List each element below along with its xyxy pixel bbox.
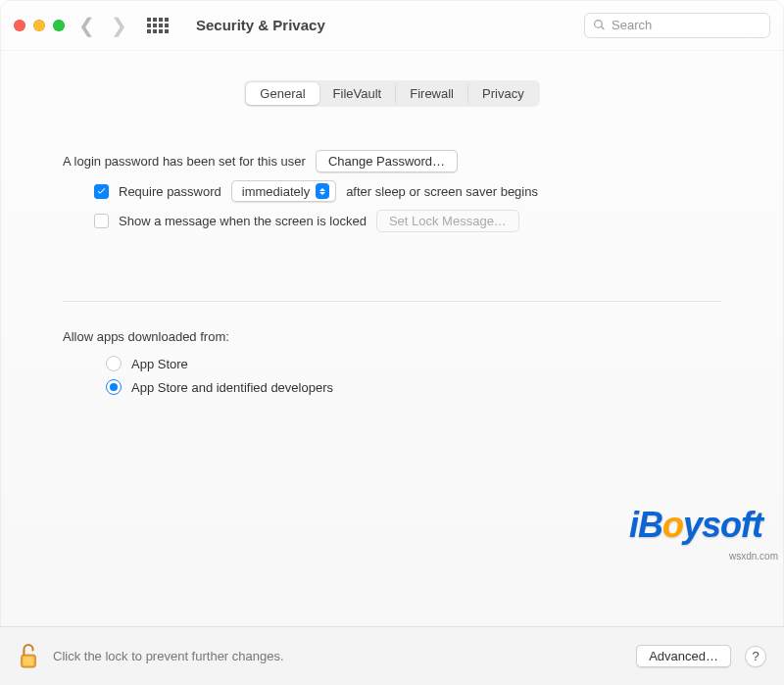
allow-apps-option-0: App Store (131, 357, 188, 371)
search-placeholder: Search (612, 18, 652, 32)
watermark-logo: iBoysoft (629, 505, 762, 546)
allow-apps-option-1: App Store and identified developers (131, 380, 333, 395)
lock-hint-text: Click the lock to prevent further change… (53, 649, 284, 663)
set-lock-message-button[interactable]: Set Lock Message… (376, 210, 519, 232)
fullscreen-window-button[interactable] (53, 20, 65, 31)
change-password-button[interactable]: Change Password… (316, 150, 458, 172)
close-window-button[interactable] (14, 20, 25, 31)
tab-privacy[interactable]: Privacy (467, 82, 538, 105)
window-toolbar: ❮ ❯ Security & Privacy Search (0, 0, 784, 51)
show-lock-message-checkbox[interactable] (94, 214, 109, 228)
tab-filevault[interactable]: FileVault (319, 82, 396, 105)
forward-button[interactable]: ❯ (111, 16, 127, 35)
require-password-label-pre: Require password (119, 184, 221, 199)
lock-icon[interactable] (18, 643, 39, 670)
help-button[interactable]: ? (745, 646, 766, 667)
security-privacy-window: ❮ ❯ Security & Privacy Search General Fi… (0, 0, 784, 685)
allow-apps-radio-appstore[interactable] (106, 356, 122, 371)
watermark-url: wsxdn.com (729, 551, 778, 562)
search-icon (593, 19, 606, 31)
allow-apps-label: Allow apps downloaded from: (63, 329, 721, 344)
search-field[interactable]: Search (584, 13, 770, 38)
require-password-label-post: after sleep or screen saver begins (346, 184, 538, 199)
content-area: General FileVault Firewall Privacy A log… (0, 51, 784, 626)
popup-arrows-icon (316, 183, 329, 199)
require-password-delay-popup[interactable]: immediately (231, 180, 336, 202)
advanced-button[interactable]: Advanced… (636, 645, 731, 667)
back-button[interactable]: ❮ (78, 16, 95, 35)
window-title: Security & Privacy (196, 17, 325, 33)
login-password-text: A login password has been set for this u… (63, 154, 306, 169)
tab-bar: General FileVault Firewall Privacy (244, 80, 539, 107)
window-footer: Click the lock to prevent further change… (0, 626, 784, 685)
tab-firewall[interactable]: Firewall (395, 82, 467, 105)
general-panel: A login password has been set for this u… (24, 136, 760, 626)
traffic-lights (14, 20, 65, 31)
svg-rect-1 (24, 657, 34, 665)
require-password-checkbox[interactable] (94, 184, 109, 199)
toolbar-nav: ❮ ❯ (78, 16, 127, 35)
allow-apps-radio-identified[interactable] (106, 379, 122, 395)
checkmark-icon (96, 186, 107, 197)
panel-divider (63, 301, 721, 302)
show-all-icon[interactable] (147, 18, 169, 33)
tab-general[interactable]: General (246, 82, 318, 105)
show-lock-message-label: Show a message when the screen is locked (119, 214, 367, 228)
minimize-window-button[interactable] (33, 20, 45, 31)
require-password-delay-value: immediately (242, 184, 310, 199)
